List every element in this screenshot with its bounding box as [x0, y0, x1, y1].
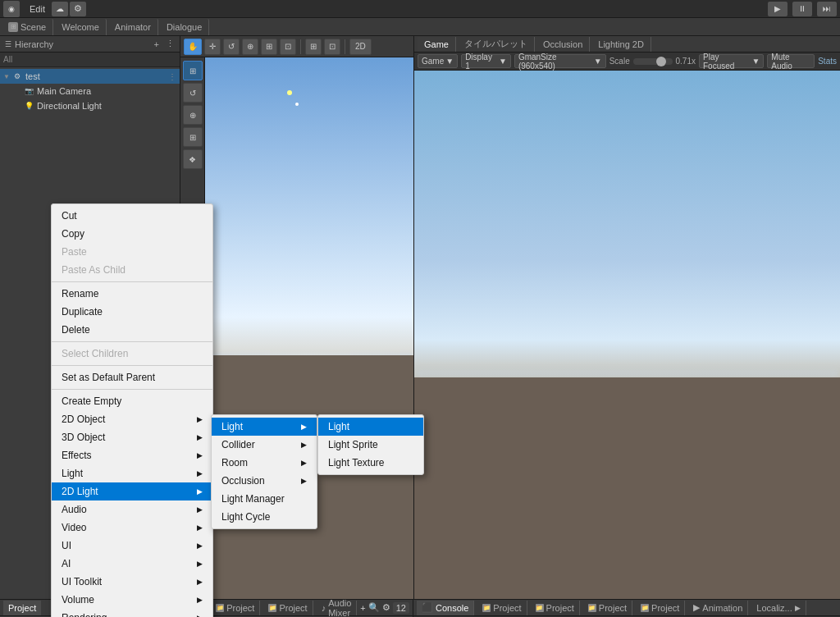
game-tabs: Game タイルパレット Occlusion Lighting 2D — [414, 36, 840, 53]
ctx-volume[interactable]: Volume▶ — [52, 591, 212, 609]
side-btn-3[interactable]: ⊕ — [183, 105, 203, 125]
sub1-occlusion[interactable]: Occlusion▶ — [212, 472, 317, 490]
tab-occlusion[interactable]: Occlusion — [536, 37, 590, 52]
btab-project-3[interactable]: 📁 Project — [211, 601, 260, 615]
btab-animation[interactable]: ▶ Animation — [688, 601, 748, 615]
mute-dropdown[interactable]: Mute Audio — [767, 54, 815, 68]
side-btn-5[interactable]: ❖ — [183, 149, 203, 169]
btab-right-project-3[interactable]: 📁 Project — [583, 601, 632, 615]
grid-btn[interactable]: ⊞ — [305, 39, 322, 55]
ctx-sep4 — [52, 389, 212, 390]
hierarchy-item-test[interactable]: ▼ ⚙ test ⋮ — [0, 69, 180, 84]
size-dropdown[interactable]: GmanSize (960x540) ▼ — [514, 54, 606, 68]
btab-console[interactable]: ⬛ Console — [417, 601, 474, 615]
hierarchy-item-light[interactable]: 💡 Directional Light — [0, 98, 180, 113]
hierarchy-plus[interactable]: + — [154, 39, 159, 49]
tab-welcome[interactable]: Welcome — [55, 19, 107, 35]
audio-icon: ♪ — [322, 603, 326, 613]
btab-right-project-4-label: Project — [651, 603, 679, 613]
unity-logo[interactable]: ◉ — [3, 1, 20, 17]
project-icon-r3: 📁 — [588, 604, 596, 612]
ctx-duplicate[interactable]: Duplicate — [52, 303, 212, 321]
stats-label[interactable]: Stats — [818, 57, 837, 66]
ctx-2d-light[interactable]: 2D Light▶ — [52, 482, 212, 500]
btab-right-project-2[interactable]: 📁 Project — [531, 601, 580, 615]
search-icon[interactable]: 🔍 — [368, 602, 380, 613]
btab-project-3-label: Project — [226, 603, 254, 613]
play-focused-dropdown[interactable]: Play Focused ▼ — [699, 54, 764, 68]
rect-tool[interactable]: ⊞ — [261, 39, 277, 55]
hierarchy-item-camera[interactable]: 📷 Main Camera — [0, 84, 180, 98]
ctx-paste: Paste — [52, 243, 212, 261]
sub1-light[interactable]: Light▶ — [212, 418, 317, 436]
scale-tool[interactable]: ⊕ — [242, 39, 258, 55]
sub1-room[interactable]: Room▶ — [212, 454, 317, 472]
cloud-button[interactable]: ☁ — [52, 2, 68, 16]
ctx-default-parent[interactable]: Set as Default Parent — [52, 368, 212, 386]
add-icon[interactable]: + — [360, 603, 365, 613]
move-tool[interactable]: ✛ — [204, 39, 221, 55]
ctx-ui[interactable]: UI▶ — [52, 537, 212, 555]
display-num-dropdown[interactable]: Display 1 ▼ — [461, 54, 511, 68]
console-icon: ⬛ — [422, 602, 433, 613]
sub1-light-cycle[interactable]: Light Cycle — [212, 508, 317, 526]
sub2-light-sprite[interactable]: Light Sprite — [318, 436, 423, 454]
ctx-ai[interactable]: AI▶ — [52, 555, 212, 573]
ctx-rename[interactable]: Rename — [52, 285, 212, 303]
ctx-delete[interactable]: Delete — [52, 321, 212, 339]
settings-icon[interactable]: ⚙ — [382, 602, 390, 613]
sub2-light[interactable]: Light — [318, 418, 423, 436]
tab-tile-palette[interactable]: タイルパレット — [458, 37, 535, 52]
btab-right-project-4[interactable]: 📁 Project — [636, 601, 685, 615]
expand-arrow: ▼ — [3, 73, 11, 80]
menu-item-edit[interactable]: Edit — [25, 2, 50, 16]
ctx-create-empty[interactable]: Create Empty — [52, 392, 212, 410]
ctx-3d-object[interactable]: 3D Object▶ — [52, 428, 212, 446]
btab-audio-mixer[interactable]: ♪ Audio Mixer — [317, 601, 358, 615]
btab-project-4[interactable]: 📁 Project — [263, 601, 313, 615]
ctx-ui-toolkit[interactable]: UI Toolkit▶ — [52, 573, 212, 591]
ctx-video[interactable]: Video▶ — [52, 519, 212, 537]
game-view[interactable] — [414, 71, 840, 599]
ctx-2d-object-label: 2D Object — [62, 414, 105, 425]
scale-slider[interactable] — [633, 58, 673, 65]
btab-project[interactable]: Project — [3, 601, 41, 615]
item-menu[interactable]: ⋮ — [168, 72, 176, 81]
rotate-tool[interactable]: ↺ — [223, 39, 240, 55]
2d-toggle[interactable]: 2D — [349, 39, 372, 55]
side-btn-2[interactable]: ↺ — [183, 83, 203, 103]
play-button[interactable]: ▶ — [768, 2, 788, 16]
tab-lighting-2d[interactable]: Lighting 2D — [591, 37, 651, 52]
ctx-audio[interactable]: Audio▶ — [52, 500, 212, 519]
tab-scene[interactable]: ⊞ Scene — [2, 19, 53, 35]
ctx-2d-object[interactable]: 2D Object▶ — [52, 410, 212, 428]
pause-button[interactable]: ⏸ — [792, 2, 812, 16]
game-display-dropdown[interactable]: Game ▼ — [418, 54, 458, 68]
ctx-select-children: Select Children — [52, 345, 212, 363]
ctx-cut[interactable]: Cut — [52, 207, 212, 225]
sub1-collider[interactable]: Collider▶ — [212, 436, 317, 454]
hand-tool[interactable]: ✋ — [184, 39, 202, 55]
sub2-light-label: Light — [328, 421, 349, 432]
btab-right-project-1[interactable]: 📁 Project — [477, 601, 527, 615]
bottom-right-panel: ⬛ Console 📁 Project 📁 Project 📁 Project … — [413, 600, 840, 617]
btab-localize[interactable]: Localiz... ▶ — [751, 601, 806, 615]
transform-tool[interactable]: ⊡ — [280, 39, 296, 55]
tab-game[interactable]: Game — [418, 37, 456, 52]
sub1-light-manager[interactable]: Light Manager — [212, 490, 317, 508]
ctx-copy[interactable]: Copy — [52, 225, 212, 243]
ctx-effects[interactable]: Effects▶ — [52, 446, 212, 464]
ctx-rendering[interactable]: Rendering▶ — [52, 609, 212, 617]
dropdown-arrow3: ▼ — [594, 57, 602, 66]
tab-dialogue[interactable]: Dialogue — [160, 19, 209, 35]
side-btn-4[interactable]: ⊞ — [183, 127, 203, 147]
ctx-light[interactable]: Light▶ — [52, 464, 212, 482]
sub2-light-texture[interactable]: Light Texture — [318, 454, 423, 472]
tab-animator[interactable]: Animator — [108, 19, 158, 35]
step-button[interactable]: ⏭ — [817, 2, 837, 16]
ctx-effects-label: Effects — [62, 450, 91, 461]
side-btn-1[interactable]: ⊞ — [183, 61, 203, 80]
hierarchy-menu[interactable]: ⋮ — [166, 39, 175, 49]
settings-button[interactable]: ⚙ — [70, 2, 86, 16]
snap-btn[interactable]: ⊡ — [324, 39, 340, 55]
